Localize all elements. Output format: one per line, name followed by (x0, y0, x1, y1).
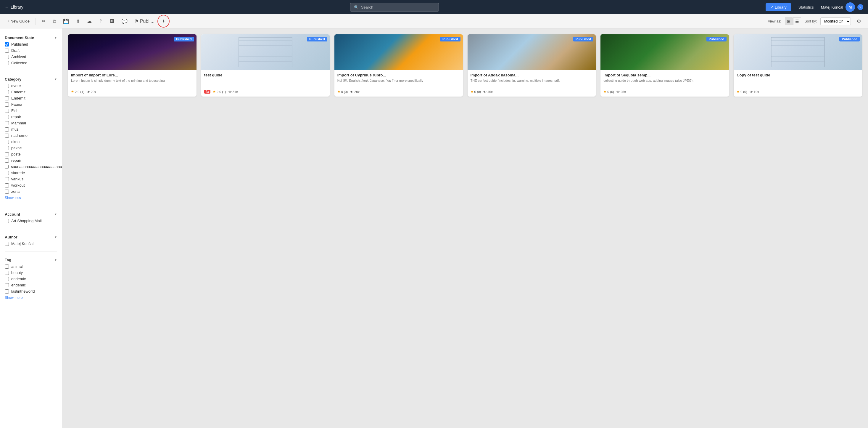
filter-label: saunaaaaaaaaaaaaaaaaaaaaaa... (11, 164, 62, 169)
filter-item[interactable]: okno (5, 139, 57, 145)
filter-item[interactable]: saunaaaaaaaaaaaaaaaaaaaaaa... (5, 164, 57, 170)
publish-button[interactable]: ⚑ Publi... (132, 17, 157, 26)
filter-checkbox[interactable] (5, 152, 9, 156)
account-header[interactable]: Account ▼ (5, 211, 57, 218)
filter-checkbox[interactable] (5, 190, 9, 194)
filter-checkbox[interactable] (5, 103, 9, 107)
filter-checkbox[interactable] (5, 171, 9, 175)
filter-item[interactable]: endemic (5, 276, 57, 282)
filter-checkbox[interactable] (5, 61, 9, 65)
share-button[interactable]: ⇡ (96, 17, 105, 26)
filter-checkbox[interactable] (5, 115, 9, 119)
comment-button[interactable]: 💬 (119, 17, 130, 26)
library-button[interactable]: ✓ Library (766, 3, 792, 11)
filter-item[interactable]: Draft (5, 48, 57, 54)
category-header[interactable]: Category ▼ (5, 76, 57, 83)
filter-checkbox[interactable] (5, 84, 9, 88)
filter-checkbox[interactable] (5, 42, 9, 47)
filter-checkbox[interactable] (5, 271, 9, 275)
show-more-button[interactable]: Show more (5, 294, 23, 301)
filter-label: postel (11, 152, 22, 156)
edit-button[interactable]: ✏ (39, 17, 48, 26)
view-toggle: ⊞ ☰ (785, 18, 801, 25)
back-button[interactable]: ← Library (5, 5, 23, 9)
filter-checkbox[interactable] (5, 183, 9, 188)
new-guide-button[interactable]: + New Guide (5, 17, 32, 25)
filter-checkbox[interactable] (5, 242, 9, 246)
filter-item[interactable]: beauty (5, 269, 57, 276)
show-less-button[interactable]: Show less (5, 195, 21, 201)
guide-card[interactable]: PublishedImport of Sequoia semp...collec… (600, 34, 729, 96)
filter-checkbox[interactable] (5, 96, 9, 101)
document-state-header[interactable]: Document State ▼ (5, 34, 57, 41)
save-button[interactable]: 💾 (61, 17, 71, 26)
filter-checkbox[interactable] (5, 146, 9, 150)
filter-item[interactable]: workout (5, 182, 57, 189)
guide-card[interactable]: PublishedImport of Import of Lore...Lore… (68, 34, 196, 96)
filter-item[interactable]: Endemit (5, 95, 57, 101)
filter-checkbox[interactable] (5, 159, 9, 163)
filter-label: beauty (11, 270, 23, 275)
filter-item[interactable]: Archived (5, 54, 57, 60)
filter-item[interactable]: animal (5, 263, 57, 269)
filter-item[interactable]: dvere (5, 83, 57, 89)
filter-checkbox[interactable] (5, 90, 9, 94)
filter-checkbox[interactable] (5, 177, 9, 181)
filter-item[interactable]: endemic (5, 282, 57, 288)
guide-card[interactable]: PublishedImport of Cyprinus rubro...Koi … (334, 34, 463, 96)
filter-checkbox[interactable] (5, 55, 9, 59)
filter-checkbox[interactable] (5, 289, 9, 293)
search-input[interactable] (361, 5, 435, 9)
filter-item[interactable]: lastintheworld (5, 288, 57, 294)
filter-item[interactable]: muz (5, 126, 57, 133)
filter-item[interactable]: Published (5, 41, 57, 48)
filter-checkbox[interactable] (5, 165, 8, 169)
filter-item[interactable]: postel (5, 151, 57, 157)
cloud-button[interactable]: ☁ (85, 17, 94, 26)
grid-view-button[interactable]: ⊞ (785, 18, 793, 25)
filter-item[interactable]: repair (5, 157, 57, 164)
filter-checkbox[interactable] (5, 127, 9, 132)
filter-checkbox[interactable] (5, 219, 9, 223)
filter-item[interactable]: repair (5, 114, 57, 120)
filter-checkbox[interactable] (5, 264, 9, 269)
filter-label: Endemit (11, 96, 26, 101)
filter-checkbox[interactable] (5, 49, 9, 53)
filter-checkbox[interactable] (5, 134, 9, 138)
tag-header[interactable]: Tag ▼ (5, 257, 57, 263)
filter-checkbox[interactable] (5, 109, 9, 113)
filter-item[interactable]: Fauna (5, 101, 57, 108)
filter-item[interactable]: Mammal (5, 120, 57, 126)
search-box[interactable]: 🔍 (350, 3, 439, 11)
statistics-button[interactable]: Statistics (794, 3, 818, 11)
filter-checkbox[interactable] (5, 140, 9, 144)
filter-item[interactable]: Fish (5, 108, 57, 114)
image-button[interactable]: 🖼 (107, 17, 117, 26)
filter-icon-button[interactable]: ⚙ (855, 17, 863, 26)
list-view-button[interactable]: ☰ (793, 18, 801, 25)
sort-select[interactable]: Modified On (820, 18, 851, 25)
guide-card[interactable]: Publishedtest guide4x★ 2.0 (1)👁 31x (201, 34, 330, 96)
chevron-down-icon: ▼ (54, 235, 57, 239)
filter-item[interactable]: Collected (5, 60, 57, 66)
filter-item[interactable]: skarede (5, 170, 57, 176)
magic-button[interactable]: ✦ (159, 17, 168, 26)
filter-checkbox[interactable] (5, 277, 9, 281)
upload-button[interactable]: ⬆ (74, 17, 82, 26)
guide-card[interactable]: PublishedCopy of test guide★ 0 (0)👁 19x (734, 34, 862, 96)
guide-card[interactable]: PublishedImport of Addax nasoma...THE pe… (468, 34, 596, 96)
filter-item[interactable]: vankus (5, 176, 57, 182)
card-stats: ★ 2.0 (1)👁 20x (71, 90, 193, 94)
filter-checkbox[interactable] (5, 283, 9, 287)
card-stats: ★ 0 (0)👁 19x (737, 90, 859, 94)
filter-item[interactable]: Art Shopping Mall (5, 218, 57, 224)
user-menu[interactable]: Matej Končal M ? (821, 2, 863, 12)
filter-checkbox[interactable] (5, 121, 9, 125)
author-header[interactable]: Author ▼ (5, 234, 57, 240)
filter-item[interactable]: pekne (5, 145, 57, 151)
copy-button[interactable]: ⧉ (50, 17, 58, 26)
filter-item[interactable]: nadherne (5, 133, 57, 139)
filter-item[interactable]: zena (5, 189, 57, 195)
filter-item[interactable]: Endemit (5, 89, 57, 95)
filter-item[interactable]: Matej Končal (5, 240, 57, 247)
